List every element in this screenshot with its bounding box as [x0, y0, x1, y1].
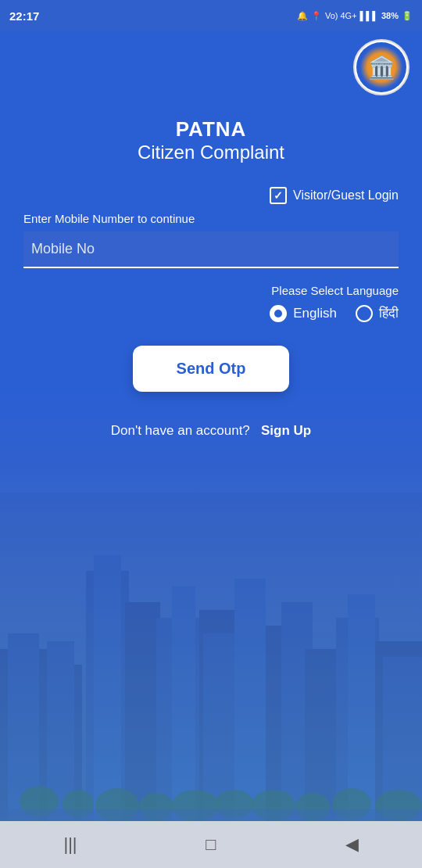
- app-logo: 🏛️: [353, 39, 409, 95]
- main-content: 🏛️ PATNA Citizen Complaint Visitor/Guest…: [0, 31, 422, 821]
- recents-button[interactable]: |||: [47, 829, 94, 860]
- navigation-bar: ||| □ ◀: [0, 821, 422, 868]
- battery-level: 38%: [381, 11, 399, 20]
- svg-rect-6: [94, 555, 121, 821]
- svg-rect-17: [348, 594, 375, 821]
- send-otp-button[interactable]: Send Otp: [133, 346, 289, 392]
- logo-container: 🏛️: [353, 39, 409, 95]
- language-english-label: English: [293, 306, 337, 321]
- app-title-main: PATNA: [23, 117, 399, 142]
- signup-link[interactable]: Sign Up: [261, 423, 311, 438]
- svg-rect-9: [172, 586, 195, 821]
- status-bar: 22:17 🔔 📍 Vo) 4G+ ▌▌▌ 38% 🔋: [0, 0, 422, 31]
- svg-rect-7: [125, 602, 160, 821]
- app-title-sub: Citizen Complaint: [23, 142, 399, 163]
- visitor-login-row: Visitor/Guest Login: [23, 187, 399, 204]
- city-skyline: [0, 493, 422, 821]
- signal-icon: ▌▌▌: [360, 11, 378, 20]
- signup-prompt: Don't have an account?: [111, 423, 250, 438]
- radio-english[interactable]: [270, 305, 287, 322]
- language-section: Please Select Language English हिंदी: [23, 284, 399, 322]
- radio-hindi[interactable]: [356, 305, 373, 322]
- status-time: 22:17: [9, 9, 39, 23]
- visitor-login-label: Visitor/Guest Login: [293, 188, 399, 203]
- language-hindi-label: हिंदी: [379, 306, 399, 321]
- mobile-input-wrapper[interactable]: [23, 231, 399, 268]
- language-options: English हिंदी: [23, 305, 399, 322]
- network-label: Vo) 4G+: [325, 11, 357, 20]
- logo-emblem: 🏛️: [356, 42, 406, 92]
- status-icons: 🔔 📍 Vo) 4G+ ▌▌▌ 38% 🔋: [297, 11, 413, 21]
- svg-rect-30: [0, 809, 422, 821]
- home-button[interactable]: □: [188, 829, 234, 860]
- language-section-title: Please Select Language: [23, 284, 399, 297]
- mobile-number-label: Enter Mobile Number to continue: [23, 212, 399, 225]
- mobile-input[interactable]: [31, 241, 391, 257]
- location-icon: 📍: [311, 11, 322, 21]
- battery-icon: 🔋: [402, 11, 413, 21]
- svg-rect-12: [234, 579, 266, 821]
- language-hindi-option[interactable]: हिंदी: [356, 305, 399, 322]
- app-title: PATNA Citizen Complaint: [23, 117, 399, 163]
- signup-row: Don't have an account? Sign Up: [23, 423, 399, 439]
- notification-icon: 🔔: [297, 11, 308, 21]
- visitor-checkbox[interactable]: [270, 187, 287, 204]
- back-button[interactable]: ◀: [328, 829, 375, 860]
- language-english-option[interactable]: English: [270, 305, 337, 322]
